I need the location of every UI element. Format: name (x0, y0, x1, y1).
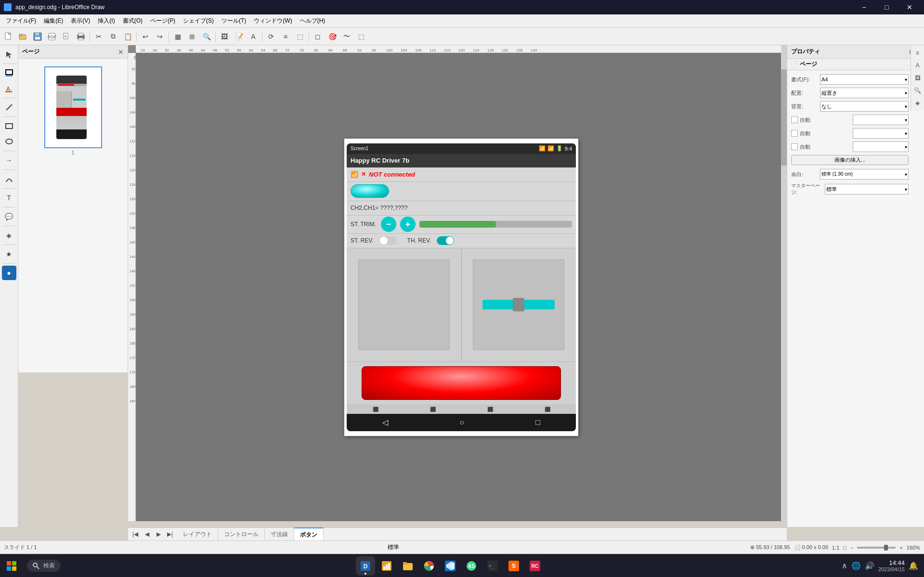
checkbox-2-select[interactable]: ▾ (853, 128, 909, 139)
insert-image-button[interactable]: 画像の挿入... (791, 155, 909, 165)
zoom-out-icon[interactable]: − (850, 545, 853, 551)
taskbar-app-files[interactable] (398, 556, 417, 576)
save-button[interactable] (31, 30, 44, 43)
tool-callout[interactable]: 💬 (2, 209, 16, 224)
taskbar-chevron-icon[interactable]: ∧ (842, 561, 847, 570)
props-icon-nav[interactable]: 🔍 (912, 85, 924, 96)
canvas-vscroll-thumb[interactable] (781, 69, 787, 166)
props-icon-format[interactable]: A (912, 60, 924, 71)
view-normal-icon[interactable]: □ (843, 545, 846, 551)
nav-recents-icon[interactable]: □ (535, 418, 540, 427)
tool-flow[interactable]: ◈ (2, 228, 16, 243)
text-box-button[interactable]: 📝 (232, 30, 246, 43)
taskbar-notification-icon[interactable]: 🔔 (909, 561, 918, 570)
new-button[interactable] (2, 30, 15, 43)
taskbar-app-game[interactable]: RC (525, 556, 545, 576)
redo-button[interactable]: ↪ (153, 30, 167, 43)
tab-last-button[interactable]: ▶| (165, 529, 175, 539)
tool-fill-color[interactable]: A (2, 81, 16, 96)
left-joystick[interactable] (347, 248, 462, 361)
tool-rectangle[interactable] (2, 119, 16, 133)
menu-insert[interactable]: 挿入(I) (94, 15, 118, 27)
taskbar-app-android-studio[interactable]: AS (462, 556, 481, 576)
tab-dimension[interactable]: 寸法線 (265, 527, 294, 541)
checkbox-1-select[interactable]: ▾ (853, 115, 909, 125)
layout-select[interactable]: 縦置き ▾ (820, 88, 909, 98)
props-icon-styles[interactable]: ≡ (912, 47, 924, 59)
align-button[interactable]: ≡ (279, 30, 292, 43)
menu-edit[interactable]: 編集(E) (40, 15, 67, 27)
menu-view[interactable]: 表示(V) (67, 15, 94, 27)
zoom-slider[interactable] (857, 547, 896, 549)
image-button[interactable]: 🖼 (218, 30, 231, 43)
bg-select[interactable]: なし ▾ (820, 101, 909, 112)
menu-window[interactable]: ウィンドウ(W) (250, 15, 296, 27)
tab-first-button[interactable]: |◀ (130, 529, 141, 539)
taskbar-app-chart[interactable] (377, 556, 396, 576)
format-select[interactable]: A4 ▾ (820, 74, 909, 85)
paste-button[interactable]: 📋 (121, 30, 134, 43)
right-joystick[interactable] (462, 248, 576, 361)
nav-home-icon[interactable]: ○ (459, 418, 464, 427)
taskbar-network-icon[interactable]: 🌐 (851, 561, 861, 570)
grid-button[interactable]: ▦ (171, 30, 184, 43)
props-icon-gallery[interactable]: 🖼 (912, 72, 924, 84)
margin-select[interactable]: 標準 (1.90 cm) ▾ (820, 169, 909, 180)
transform-button[interactable]: ⟳ (264, 30, 278, 43)
red-action-button[interactable] (362, 366, 561, 400)
taskbar-app-vscode[interactable] (441, 556, 460, 576)
group-button[interactable]: ⬚ (293, 30, 307, 43)
pages-panel-close[interactable]: ✕ (118, 48, 124, 56)
snap-button[interactable]: ⊞ (185, 30, 199, 43)
undo-button[interactable]: ↩ (139, 30, 152, 43)
taskbar-app-libreoffice[interactable]: D (356, 556, 375, 576)
master-page-select[interactable]: 標準 ▾ (825, 184, 909, 194)
menu-tools[interactable]: ツール(T) (218, 15, 250, 27)
trim-plus-button[interactable]: + (400, 217, 416, 232)
taskbar-clock[interactable]: 14:44 2023/04/15 (878, 559, 905, 572)
nav-back-icon[interactable]: ◁ (382, 418, 388, 427)
st-rev-toggle[interactable] (379, 236, 397, 245)
print-preview-button[interactable]: A (60, 30, 73, 43)
maximize-button[interactable]: □ (876, 0, 898, 14)
tab-next-button[interactable]: ▶ (153, 529, 164, 539)
checkbox-2[interactable] (791, 130, 798, 137)
select-button[interactable]: ⬚ (354, 30, 368, 43)
tab-control[interactable]: コントロール (218, 527, 265, 541)
tab-layout[interactable]: レイアウト (177, 527, 218, 541)
zoom-button[interactable]: 🔍 (200, 30, 213, 43)
open-button[interactable] (16, 30, 30, 43)
start-button[interactable] (0, 554, 23, 577)
canvas-vertical-scrollbar[interactable] (781, 45, 787, 527)
menu-help[interactable]: ヘルプ(H) (296, 15, 329, 27)
throttle-slider-thumb[interactable] (513, 298, 524, 311)
curves-button[interactable]: 〜 (340, 30, 353, 43)
tool-text[interactable]: T (2, 191, 16, 205)
cut-button[interactable]: ✂ (92, 30, 105, 43)
menu-page[interactable]: ページ(P) (146, 15, 179, 27)
tool-line-color[interactable] (2, 66, 16, 80)
taskbar-app-chrome[interactable] (419, 556, 439, 576)
fontwork-button[interactable]: A (247, 30, 260, 43)
shadow-button[interactable]: ◻ (311, 30, 325, 43)
tool-select[interactable] (2, 47, 16, 62)
menu-shape[interactable]: シェイプ(S) (179, 15, 218, 27)
trim-minus-button[interactable]: − (381, 217, 396, 232)
canvas-background[interactable]: Screen1 📶 📶 🔋 9:4 Happy RC Driver 7b (136, 53, 787, 521)
tab-button[interactable]: ボタン (294, 527, 324, 541)
taskbar-app-terminal[interactable]: >_ (483, 556, 502, 576)
checkbox-3[interactable] (791, 143, 798, 150)
tab-prev-button[interactable]: ◀ (142, 529, 152, 539)
close-button[interactable]: ✕ (898, 0, 920, 14)
taskbar-search-box[interactable]: 検索 (27, 560, 61, 572)
taskbar-app-special[interactable]: S (504, 556, 523, 576)
tool-curve[interactable] (2, 172, 16, 186)
zoom-in-icon[interactable]: + (899, 545, 902, 551)
tool-arrow[interactable]: → (2, 153, 16, 167)
cyan-pill-button[interactable] (351, 184, 389, 198)
props-icon-func[interactable]: ◈ (912, 97, 924, 109)
tool-line[interactable] (2, 100, 16, 115)
taskbar-volume-icon[interactable]: 🔊 (865, 561, 874, 570)
tool-star[interactable]: ★ (2, 247, 16, 261)
menu-format[interactable]: 書式(O) (119, 15, 146, 27)
